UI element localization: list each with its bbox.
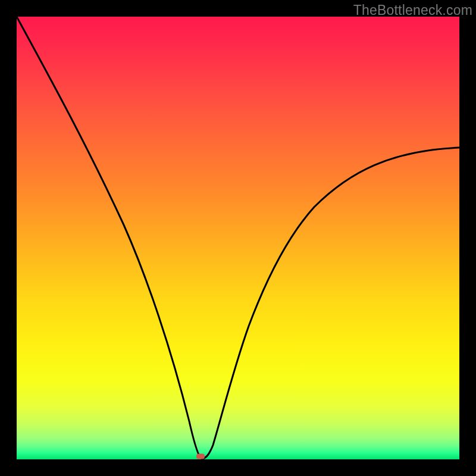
watermark-text: TheBottleneck.com <box>353 2 472 18</box>
chart-frame: TheBottleneck.com <box>0 0 476 476</box>
plot-area <box>17 17 459 459</box>
curve-layer <box>17 17 459 459</box>
bottleneck-curve-path <box>17 17 459 458</box>
optimum-marker <box>196 453 205 459</box>
